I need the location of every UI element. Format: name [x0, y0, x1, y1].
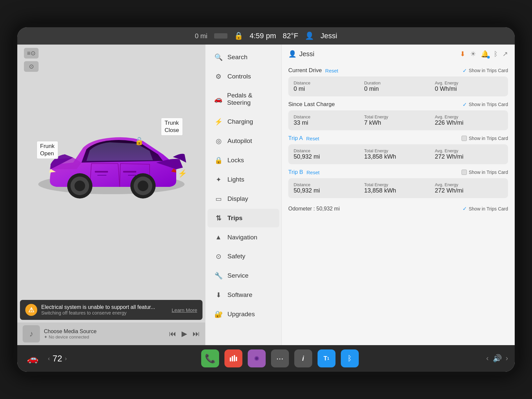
trip-a-energy-avg-value: 272 Wh/mi	[435, 153, 503, 160]
media-info: Choose Media Source ✦ No device connecte…	[44, 329, 165, 339]
trip-a-reset[interactable]: Reset	[306, 136, 319, 141]
signal-icon: ↗	[502, 50, 508, 58]
menu-label-trips: Trips	[227, 214, 242, 222]
notes-app-btn[interactable]: T1	[318, 349, 335, 367]
temp-up-btn[interactable]: ›	[65, 355, 67, 362]
menu-item-pedals[interactable]: 🚗 Pedals & Steering	[207, 86, 279, 112]
svg-point-18	[255, 357, 258, 360]
trip-a-header: Trip A Reset Show in Trips Card	[288, 135, 508, 142]
menu-item-charging[interactable]: ⚡ Charging	[207, 112, 279, 131]
bluetooth-app-btn[interactable]: ᛒ	[341, 349, 359, 367]
media-controls[interactable]: ⏮ ▶ ⏭	[169, 330, 200, 338]
menu-label-display: Display	[227, 195, 248, 202]
trip-b-checkbox[interactable]	[462, 170, 467, 175]
current-drive-checkbox[interactable]: ✓	[463, 67, 467, 74]
trunk-label: Trunk Close	[161, 118, 183, 136]
current-drive-reset[interactable]: Reset	[325, 68, 338, 73]
media-bar: ♪ Choose Media Source ✦ No device connec…	[17, 323, 205, 345]
phone-app-btn[interactable]: 📞	[201, 349, 219, 367]
trip-a-energy-total-field: Total Energy 13,858 kWh	[364, 148, 432, 160]
current-drive-show-trips-label: Show in Trips Card	[469, 68, 508, 73]
since-energy-total-field: Total Energy 7 kWh	[364, 114, 432, 126]
camera-icon	[252, 354, 261, 363]
menu-item-navigation[interactable]: ▲ Navigation	[207, 228, 279, 246]
since-charge-show-trips-label: Show in Trips Card	[469, 102, 508, 107]
next-btn[interactable]: ⏭	[193, 330, 200, 338]
since-energy-avg-field: Avg. Energy 226 Wh/mi	[435, 114, 503, 126]
warning-icon: ⚠	[25, 304, 37, 316]
trip-b-show-trips-label: Show in Trips Card	[469, 170, 508, 175]
voice-app-btn[interactable]	[224, 349, 242, 367]
learn-more-link[interactable]: Learn More	[172, 307, 197, 313]
trip-b-reset[interactable]: Reset	[307, 170, 320, 175]
odometer-checkbox[interactable]: ✓	[463, 205, 467, 212]
trip-b-show-trips[interactable]: Show in Trips Card	[462, 170, 508, 175]
sun-icon: ☀	[470, 50, 476, 58]
trip-a-distance-value: 50,932 mi	[294, 153, 361, 160]
current-distance-label: Distance	[294, 80, 361, 85]
trip-a-title: Trip A	[288, 135, 303, 142]
search-icon: 🔍	[214, 53, 223, 61]
more-apps-btn[interactable]: ···	[271, 349, 289, 367]
menu-item-upgrades[interactable]: 🔐 Upgrades	[207, 305, 279, 324]
play-btn[interactable]: ▶	[182, 330, 187, 338]
bluetooth-icon: ᛒ	[494, 50, 498, 58]
trip-a-energy-avg-label: Avg. Energy	[435, 148, 503, 153]
menu-label-charging: Charging	[227, 118, 253, 125]
pedals-icon: 🚗	[214, 95, 222, 103]
menu-item-search[interactable]: 🔍 Search	[207, 48, 279, 66]
svg-rect-12	[230, 357, 231, 361]
trip-a-energy-avg-field: Avg. Energy 272 Wh/mi	[435, 148, 503, 160]
current-drive-section: Current Drive Reset ✓ Show in Trips Card…	[288, 67, 508, 96]
download-icon: ⬇	[460, 50, 466, 58]
since-charge-checkbox[interactable]: ✓	[463, 101, 467, 108]
menu-item-display[interactable]: ▭ Display	[207, 190, 279, 208]
right-arrow-icon[interactable]: ›	[506, 354, 508, 363]
taskbar-right: ‹ 🔊 ›	[486, 354, 508, 363]
trip-a-card: Distance 50,932 mi Total Energy 13,858 k…	[288, 144, 508, 164]
info-app-btn[interactable]: i	[294, 349, 312, 367]
battery-indicator	[214, 33, 227, 39]
since-distance-field: Distance 33 mi	[294, 114, 361, 126]
menu-item-software[interactable]: ⬇ Software	[207, 286, 279, 304]
current-drive-show-trips[interactable]: ✓ Show in Trips Card	[463, 67, 508, 74]
odometer-text: Odometer : 50,932 mi	[288, 206, 340, 212]
warning-bar: ⚠ Electrical system is unable to support…	[20, 300, 202, 320]
menu-label-pedals: Pedals & Steering	[227, 92, 273, 106]
trip-a-show-trips[interactable]: Show in Trips Card	[462, 136, 508, 141]
menu-item-lights[interactable]: ✦ Lights	[207, 170, 279, 189]
temp-down-btn[interactable]: ‹	[48, 355, 50, 362]
mileage-display: 0 mi	[195, 32, 207, 40]
menu-item-controls[interactable]: ⚙ Controls	[207, 67, 279, 86]
current-drive-title: Current Drive	[288, 67, 322, 74]
since-charge-title: Since Last Charge	[288, 101, 335, 108]
menu-label-safety: Safety	[227, 253, 245, 260]
menu-item-autopilot[interactable]: ◎ Autopilot	[207, 132, 279, 150]
odometer-show-trips[interactable]: ✓ Show in Trips Card	[463, 205, 508, 212]
trip-b-energy-total-value: 13,858 kWh	[364, 187, 432, 194]
trip-b-distance-value: 50,932 mi	[294, 187, 361, 194]
autopilot-icon: ◎	[214, 137, 223, 145]
menu-item-trips[interactable]: ⇅ Trips	[207, 209, 279, 227]
profile-name-text: Jessi	[299, 50, 315, 58]
svg-point-6	[138, 181, 148, 191]
trunk-lock-icon: 🔓	[135, 137, 144, 146]
svg-rect-8	[123, 171, 136, 173]
prev-btn[interactable]: ⏮	[169, 330, 176, 338]
trip-a-show-trips-label: Show in Trips Card	[469, 136, 508, 141]
bell-icon: 🔔	[481, 50, 489, 58]
left-arrow-icon[interactable]: ‹	[486, 354, 488, 363]
user-icon: 👤	[305, 32, 314, 40]
menu-item-safety[interactable]: ⊙ Safety	[207, 247, 279, 266]
since-charge-show-trips[interactable]: ✓ Show in Trips Card	[463, 101, 508, 108]
menu-label-controls: Controls	[227, 73, 251, 80]
menu-item-service[interactable]: 🔧 Service	[207, 266, 279, 285]
trip-b-header: Trip B Reset Show in Trips Card	[288, 169, 508, 176]
trip-a-checkbox[interactable]	[462, 136, 467, 141]
cam-app-btn[interactable]	[248, 349, 266, 367]
menu-item-locks[interactable]: 🔒 Locks	[207, 151, 279, 170]
warning-sub: Switching off features to conserve energ…	[41, 310, 168, 316]
current-drive-card: Distance 0 mi Duration 0 min Avg. Energy…	[288, 76, 508, 96]
car-button[interactable]: 🚗	[24, 350, 41, 367]
media-title: Choose Media Source	[44, 329, 165, 334]
